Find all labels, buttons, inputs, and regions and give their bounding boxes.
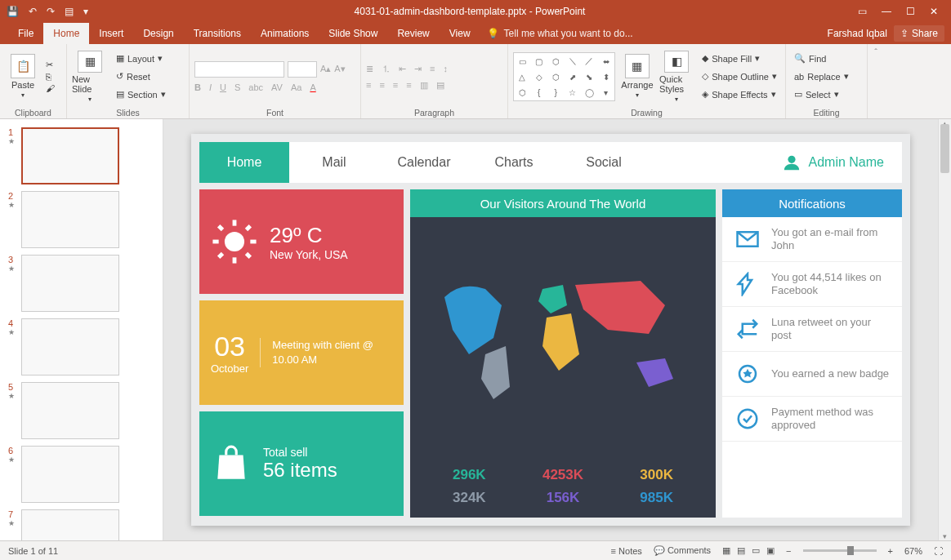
layout-button[interactable]: ▦ Layout ▾: [113, 51, 169, 67]
zoom-in-icon[interactable]: +: [888, 546, 893, 556]
maximize-icon[interactable]: ☐: [906, 6, 915, 17]
replace-button[interactable]: ab Replace ▾: [791, 69, 852, 85]
justify-button[interactable]: ≡: [406, 80, 411, 90]
tab-animations[interactable]: Animations: [251, 23, 319, 44]
thumbnail-3[interactable]: 3★: [0, 251, 163, 315]
reset-button[interactable]: ↺ Reset: [113, 69, 169, 85]
reading-view-icon[interactable]: ▭: [752, 545, 760, 556]
notification-item[interactable]: You got 44,514 likes on Facebook: [722, 262, 902, 307]
tab-insert[interactable]: Insert: [89, 23, 133, 44]
ribbon-display-icon[interactable]: ▭: [858, 6, 867, 17]
select-button[interactable]: ▭ Select ▾: [791, 87, 852, 103]
find-button[interactable]: 🔍 Find: [791, 51, 852, 67]
minimize-icon[interactable]: ―: [882, 6, 891, 17]
dash-tab-mail[interactable]: Mail: [289, 142, 379, 183]
underline-button[interactable]: U: [220, 82, 226, 92]
tab-slideshow[interactable]: Slide Show: [319, 23, 387, 44]
new-slide-button[interactable]: ▦New Slide▾: [72, 51, 108, 103]
strike-button[interactable]: S: [234, 82, 240, 92]
format-painter-icon[interactable]: 🖌: [46, 83, 55, 93]
dash-tab-social[interactable]: Social: [559, 142, 649, 183]
thumbnail-5[interactable]: 5★: [0, 379, 163, 442]
font-size-select[interactable]: [288, 61, 317, 78]
dash-tab-calendar[interactable]: Calendar: [379, 142, 469, 183]
shape-outline-button[interactable]: ◇ Shape Outline ▾: [699, 69, 780, 85]
tab-view[interactable]: View: [440, 23, 480, 44]
save-icon[interactable]: 💾: [7, 6, 19, 17]
comments-button[interactable]: 💬 Comments: [654, 545, 711, 556]
notification-item[interactable]: You earned a new badge: [722, 352, 902, 397]
thumbnail-1[interactable]: 1★: [0, 124, 163, 188]
bold-button[interactable]: B: [194, 82, 201, 92]
cut-icon[interactable]: ✂: [46, 60, 55, 70]
undo-icon[interactable]: ↶: [29, 6, 37, 17]
align-right-button[interactable]: ≡: [393, 80, 398, 90]
visitors-title: Our Visitors Around The World: [410, 189, 716, 217]
bullets-button[interactable]: ≣: [366, 64, 373, 74]
shop-label: Total sell: [263, 446, 337, 459]
arrange-button[interactable]: ▦Arrange▾: [620, 51, 654, 103]
collapse-ribbon-icon[interactable]: ˆ: [868, 44, 884, 118]
notes-button[interactable]: ≡ Notes: [611, 546, 642, 556]
section-button[interactable]: ▤ Section ▾: [113, 87, 169, 103]
normal-view-icon[interactable]: ▦: [722, 545, 730, 556]
decrease-font-icon[interactable]: A▾: [334, 64, 345, 74]
shape-effects-button[interactable]: ◈ Shape Effects ▾: [699, 87, 780, 103]
tab-review[interactable]: Review: [387, 23, 439, 44]
redo-icon[interactable]: ↷: [47, 6, 55, 17]
text-direction-button[interactable]: ↕: [443, 64, 448, 73]
italic-button[interactable]: I: [209, 82, 212, 92]
thumbnail-4[interactable]: 4★: [0, 315, 163, 379]
fit-window-icon[interactable]: ⛶: [934, 546, 943, 556]
share-icon: ⇪: [900, 28, 909, 39]
thumbnail-2[interactable]: 2★: [0, 188, 163, 251]
start-from-beginning-icon[interactable]: ▤: [65, 6, 74, 17]
line-spacing-button[interactable]: ≡: [430, 64, 435, 73]
share-button[interactable]: ⇪Share: [894, 25, 944, 42]
zoom-level[interactable]: 67%: [904, 546, 922, 556]
tell-me[interactable]: 💡Tell me what you want to do...: [487, 28, 633, 39]
font-family-select[interactable]: [194, 61, 284, 78]
copy-icon[interactable]: ⎘: [46, 72, 55, 82]
vertical-scrollbar[interactable]: ▴▾: [938, 119, 951, 540]
shape-fill-button[interactable]: ◆ Shape Fill ▾: [699, 51, 780, 67]
slide-thumbnails[interactable]: 1★2★3★4★5★6★7★: [0, 119, 163, 540]
align-left-button[interactable]: ≡: [366, 80, 371, 90]
slide-counter[interactable]: Slide 1 of 11: [8, 546, 58, 556]
smartart-button[interactable]: ▤: [436, 80, 444, 91]
font-color-button[interactable]: A: [310, 82, 315, 92]
notification-item[interactable]: Payment method was approved: [722, 397, 902, 442]
slideshow-view-icon[interactable]: ▣: [766, 545, 775, 556]
indent-inc-button[interactable]: ⇥: [414, 64, 422, 74]
slide-canvas[interactable]: Home Mail Calendar Charts Social Admin N…: [163, 119, 938, 540]
sorter-view-icon[interactable]: ▤: [737, 545, 745, 556]
admin-name[interactable]: Admin Name: [783, 153, 902, 171]
shadow-button[interactable]: abc: [248, 82, 263, 92]
tab-file[interactable]: File: [8, 23, 43, 44]
paste-button[interactable]: 📋Paste▾: [5, 51, 41, 103]
qat-dropdown-icon[interactable]: ▾: [83, 6, 88, 17]
notification-item[interactable]: Luna retweet on your post: [722, 307, 902, 352]
zoom-out-icon[interactable]: −: [786, 546, 791, 556]
dash-tab-charts[interactable]: Charts: [469, 142, 559, 183]
tab-transitions[interactable]: Transitions: [184, 23, 251, 44]
numbering-button[interactable]: ⒈: [382, 63, 391, 75]
spacing-button[interactable]: AV: [271, 82, 283, 92]
case-button[interactable]: Aa: [291, 82, 301, 92]
thumbnail-7[interactable]: 7★: [0, 506, 163, 540]
indent-dec-button[interactable]: ⇤: [399, 64, 406, 74]
user-name[interactable]: Farshad Iqbal: [828, 28, 887, 39]
close-icon[interactable]: ✕: [930, 6, 938, 17]
tab-design[interactable]: Design: [133, 23, 183, 44]
shapes-gallery[interactable]: ▭▢⬡＼／⬌ △◇⬡⬈⬊⬍ ⬡{}☆◯▾: [513, 52, 615, 101]
zoom-slider[interactable]: [803, 549, 877, 552]
svg-line-6: [219, 226, 223, 230]
quick-styles-button[interactable]: ◧Quick Styles▾: [659, 51, 694, 103]
increase-font-icon[interactable]: A▴: [320, 64, 331, 74]
tab-home[interactable]: Home: [43, 23, 89, 44]
thumbnail-6[interactable]: 6★: [0, 442, 163, 506]
dash-tab-home[interactable]: Home: [199, 142, 289, 183]
align-center-button[interactable]: ≡: [379, 80, 384, 90]
columns-button[interactable]: ▥: [420, 80, 428, 91]
notification-item[interactable]: You got an e-mail from John: [722, 217, 902, 262]
